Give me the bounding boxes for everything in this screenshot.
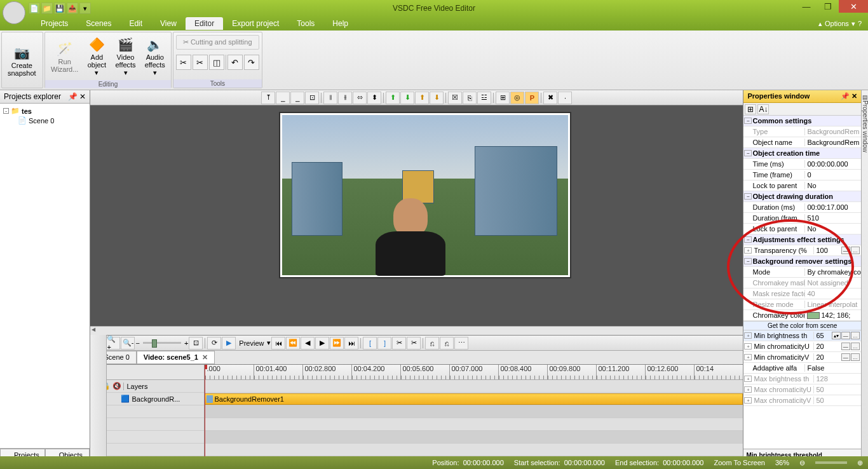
video-effects-button[interactable]: 🎬Video effects▾: [111, 34, 139, 78]
maximize-button[interactable]: ❐: [817, 0, 839, 13]
arrow-up-icon[interactable]: ⬆: [386, 92, 400, 104]
align-left-icon[interactable]: ⤒: [261, 92, 275, 104]
size-h-icon[interactable]: ⬍: [367, 92, 381, 104]
mode-field[interactable]: By chromakey co: [804, 268, 860, 276]
arrow-down-icon[interactable]: ⬇: [400, 92, 414, 104]
qat-export-icon[interactable]: 📤: [67, 3, 78, 14]
close-button[interactable]: ✕: [839, 0, 868, 13]
p-mode-icon[interactable]: P: [525, 92, 539, 104]
playhead[interactable]: [205, 365, 205, 469]
play-icon[interactable]: ▶: [222, 337, 236, 350]
step-back-icon[interactable]: ⏪: [286, 337, 300, 350]
transparency-field[interactable]: 100—…: [813, 247, 860, 254]
create-snapshot-button[interactable]: 📷Create snapshot: [4, 34, 40, 86]
size-w-icon[interactable]: ⬄: [353, 92, 367, 104]
zoom-out-status-icon[interactable]: ⊖: [799, 459, 805, 467]
get-color-from-scene-button[interactable]: Get the color from scene: [743, 321, 860, 330]
dup-icon[interactable]: ⎘: [463, 92, 477, 104]
add-object-button[interactable]: 🔶Add object▾: [83, 34, 110, 78]
props-icon[interactable]: ☳: [477, 92, 491, 104]
layer-up-icon[interactable]: ⬆: [415, 92, 429, 104]
panel-close-icon[interactable]: ✕: [851, 92, 857, 100]
qat-dropdown-icon[interactable]: ▾: [79, 3, 91, 14]
chevron-down-icon[interactable]: ▾: [851, 20, 855, 28]
cutting-splitting-button[interactable]: ✂ Cutting and splitting: [176, 35, 259, 50]
min-chromu-field[interactable]: 20—…: [813, 343, 860, 350]
menu-export[interactable]: Export project: [223, 17, 288, 30]
join-icon[interactable]: ⎌: [440, 337, 454, 350]
tab-video-scene5[interactable]: Video: scene5_1✕: [137, 351, 215, 364]
minimize-button[interactable]: —: [796, 0, 817, 13]
timeline-ruler[interactable]: .00000:01.40000:02.80000:04.20000:05.600…: [205, 365, 743, 380]
help-icon[interactable]: ?: [858, 20, 862, 27]
delete-icon[interactable]: ☒: [448, 92, 462, 104]
snap-icon[interactable]: ◎: [510, 92, 524, 104]
menu-caret-icon[interactable]: ▴: [818, 20, 822, 28]
loop-icon[interactable]: ⟳: [207, 337, 221, 350]
clip-backgroundremover[interactable]: BackgroundRemover1: [205, 393, 743, 405]
dist-v-icon[interactable]: ⫵: [338, 92, 352, 104]
timeline-track[interactable]: BackgroundRemover1: [205, 393, 743, 405]
qat-new-icon[interactable]: 📄: [29, 3, 40, 14]
collapsed-side-dock[interactable]: ▤Properties window: [861, 90, 868, 469]
tree-scene[interactable]: 📄Scene 0: [3, 116, 87, 125]
menu-tools[interactable]: Tools: [288, 17, 323, 30]
pin-icon[interactable]: 📌: [841, 92, 850, 100]
track-row-header[interactable]: 👁 🟦 BackgroundR...: [90, 393, 204, 405]
frame-fwd-icon[interactable]: ▶: [315, 337, 329, 350]
timems-field[interactable]: 00:00:00.000: [804, 160, 860, 168]
step-fwd-icon[interactable]: ⏩: [330, 337, 344, 350]
align-c-icon[interactable]: ⊡: [305, 92, 319, 104]
menu-projects[interactable]: Projects: [32, 17, 77, 30]
timef-field[interactable]: 0: [804, 171, 860, 179]
qat-open-icon[interactable]: 📁: [41, 3, 53, 14]
preview-label[interactable]: Preview: [236, 339, 266, 347]
menu-view[interactable]: View: [151, 17, 186, 30]
zoom-out-icon[interactable]: 🔍-: [121, 337, 135, 350]
del-region-icon[interactable]: ✂: [407, 337, 421, 350]
undo-icon[interactable]: ↶: [227, 55, 243, 70]
sort-az-icon[interactable]: A↓: [757, 104, 769, 114]
grid-icon[interactable]: ⊞: [496, 92, 510, 104]
extra-icon[interactable]: ⋯: [454, 337, 468, 350]
zoom-in-icon[interactable]: 🔍+: [106, 337, 120, 350]
tool-b-icon[interactable]: ·: [558, 92, 572, 104]
mute-icon[interactable]: 🔇: [112, 382, 121, 390]
align-v-icon[interactable]: ⎯: [290, 92, 304, 104]
objname-field[interactable]: BackgroundRem: [804, 139, 860, 146]
cut-region-icon[interactable]: ✂: [392, 337, 406, 350]
tree-root[interactable]: -📁tes: [3, 106, 87, 116]
split-icon[interactable]: ⎌: [425, 337, 439, 350]
tool-crop-icon[interactable]: ◫: [209, 55, 224, 70]
menu-editor[interactable]: Editor: [186, 17, 223, 30]
layer-down-icon[interactable]: ⬇: [430, 92, 444, 104]
qat-save-icon[interactable]: 💾: [54, 3, 65, 14]
durms-field[interactable]: 00:00:17.000: [804, 203, 860, 211]
goto-start-icon[interactable]: ⏮: [271, 337, 285, 350]
lock2-field[interactable]: No: [804, 225, 860, 233]
slider-plus[interactable]: +: [184, 339, 188, 347]
durf-field[interactable]: 510: [804, 214, 860, 222]
tool-split-icon[interactable]: ✂: [176, 55, 191, 70]
audio-effects-button[interactable]: 🔈Audio effects▾: [141, 34, 169, 78]
frame-back-icon[interactable]: ◀: [301, 337, 315, 350]
pin-icon[interactable]: 📌: [68, 92, 78, 101]
redo-icon[interactable]: ↷: [244, 55, 259, 70]
chromakey-color-field[interactable]: 142; 186;: [804, 311, 860, 319]
panel-close-icon[interactable]: ✕: [79, 92, 86, 101]
zoom-sel-icon[interactable]: ⊡: [189, 337, 203, 350]
align-h-icon[interactable]: ⎯: [276, 92, 290, 104]
menu-help[interactable]: Help: [323, 17, 357, 30]
zoom-slider[interactable]: [143, 342, 181, 344]
menu-edit[interactable]: Edit: [120, 17, 151, 30]
min-brightness-field[interactable]: 65▴▾—…: [813, 332, 860, 339]
min-chromv-field[interactable]: 20—…: [813, 353, 860, 361]
adaptive-alfa-field[interactable]: False: [804, 364, 860, 372]
goto-end-icon[interactable]: ⏭: [344, 337, 358, 350]
run-wizard-button[interactable]: 🪄Run Wizard...: [47, 34, 82, 78]
options-menu[interactable]: Options: [825, 20, 849, 27]
zoom-slider-status[interactable]: [815, 461, 847, 464]
menu-scenes[interactable]: Scenes: [77, 17, 120, 30]
mark-in-icon[interactable]: [: [363, 337, 377, 350]
lock1-field[interactable]: No: [804, 182, 860, 189]
